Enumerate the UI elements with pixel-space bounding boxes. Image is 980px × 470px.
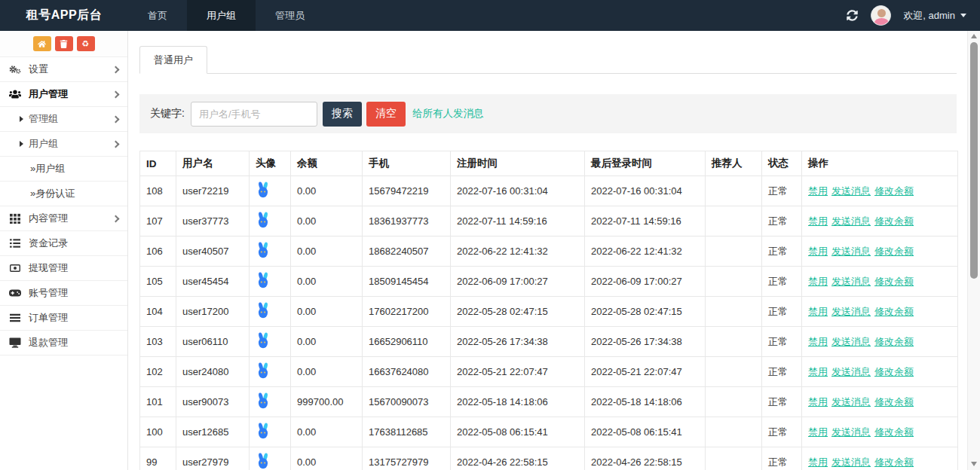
action-modify-balance[interactable]: 修改余额: [874, 185, 914, 197]
action-send-message[interactable]: 发送消息: [831, 336, 871, 347]
recycle-icon: ♻: [82, 40, 90, 48]
header-last-login: 最后登录时间: [585, 151, 706, 176]
cell-last-login: 2022-06-09 17:00:27: [585, 267, 706, 297]
sidebar-item-fund-records[interactable]: 资金记录: [0, 231, 127, 256]
cell-id: 105: [140, 267, 176, 297]
sidebar-item-user-group-sub[interactable]: »用户组: [0, 157, 127, 182]
main-nav: 首页 用户组 管理员: [128, 0, 324, 31]
scrollbar-thumb[interactable]: [970, 42, 978, 279]
nav-item-user-group[interactable]: 用户组: [187, 0, 256, 31]
search-button[interactable]: 搜索: [323, 102, 362, 127]
action-send-message[interactable]: 发送消息: [831, 396, 871, 407]
sidebar-item-admin-group[interactable]: 管理组: [0, 107, 127, 132]
action-send-message[interactable]: 发送消息: [831, 306, 871, 317]
clear-button[interactable]: 清空: [366, 102, 406, 127]
action-send-message[interactable]: 发送消息: [831, 215, 871, 227]
action-disable[interactable]: 禁用: [808, 185, 828, 197]
cell-last-login: 2022-05-18 14:18:06: [585, 387, 706, 417]
action-modify-balance[interactable]: 修改余额: [874, 456, 914, 468]
user-avatar[interactable]: [871, 5, 891, 26]
header-phone: 手机: [363, 151, 451, 176]
keyword-input[interactable]: [191, 102, 317, 127]
action-disable[interactable]: 禁用: [808, 276, 828, 287]
action-modify-balance[interactable]: 修改余额: [874, 336, 914, 347]
broadcast-message-link[interactable]: 给所有人发消息: [412, 107, 484, 121]
action-send-message[interactable]: 发送消息: [831, 185, 871, 197]
sidebar-item-user-management[interactable]: 用户管理: [0, 82, 127, 107]
top-navbar: 租号APP后台 首页 用户组 管理员 欢迎, admin: [0, 0, 980, 31]
action-disable[interactable]: 禁用: [808, 396, 828, 407]
action-disable[interactable]: 禁用: [808, 426, 828, 438]
action-send-message[interactable]: 发送消息: [831, 246, 871, 257]
scrollbar-down-arrow-icon[interactable]: [971, 462, 977, 466]
money-icon: [9, 263, 23, 273]
cell-balance: 0.00: [291, 176, 363, 206]
chevron-right-icon: [112, 115, 120, 123]
action-modify-balance[interactable]: 修改余额: [874, 426, 914, 438]
action-disable[interactable]: 禁用: [808, 336, 828, 347]
sidebar-item-content-management[interactable]: 内容管理: [0, 206, 127, 231]
keyword-label: 关键字:: [150, 107, 185, 121]
sidebar-item-user-group[interactable]: 用户组: [0, 132, 127, 157]
scrollbar-up-arrow-icon[interactable]: [971, 34, 977, 38]
welcome-dropdown[interactable]: 欢迎, admin: [903, 9, 966, 23]
action-disable[interactable]: 禁用: [808, 366, 828, 377]
action-modify-balance[interactable]: 修改余额: [874, 276, 914, 287]
table-row: 101 user90073 999700.00 15670090073 2022…: [140, 387, 958, 417]
header-balance: 余额: [291, 151, 363, 176]
cell-phone: 16637624080: [363, 357, 451, 387]
cell-actions: 禁用发送消息修改余额: [802, 327, 958, 357]
trash-button[interactable]: [55, 36, 73, 51]
sidebar-item-settings[interactable]: 设置: [0, 57, 127, 82]
cell-actions: 禁用发送消息修改余额: [802, 206, 958, 237]
sidebar-item-withdraw-management[interactable]: 提现管理: [0, 256, 127, 281]
refresh-icon[interactable]: [847, 10, 859, 22]
sidebar-item-identity-verify[interactable]: »身份认证: [0, 182, 127, 206]
action-disable[interactable]: 禁用: [808, 215, 828, 227]
action-modify-balance[interactable]: 修改余额: [874, 246, 914, 257]
trash-icon: [60, 40, 68, 48]
nav-item-admin[interactable]: 管理员: [256, 0, 324, 31]
action-modify-balance[interactable]: 修改余额: [874, 396, 914, 407]
cell-register-time: 2022-05-18 14:18:06: [451, 387, 585, 417]
cell-register-time: 2022-05-08 06:15:41: [451, 417, 585, 447]
action-disable[interactable]: 禁用: [808, 246, 828, 257]
table-row: 102 user24080 0.00 16637624080 2022-05-2…: [140, 357, 958, 387]
cell-referrer: [706, 357, 762, 387]
action-send-message[interactable]: 发送消息: [831, 276, 871, 287]
action-modify-balance[interactable]: 修改余额: [874, 306, 914, 317]
sidebar-item-order-management[interactable]: 订单管理: [0, 306, 127, 331]
cell-referrer: [706, 417, 762, 447]
table-row: 99 user27979 0.00 13175727979 2022-04-26…: [140, 447, 958, 470]
sidebar-item-label: 管理组: [29, 112, 58, 126]
cell-register-time: 2022-05-28 02:47:15: [451, 297, 585, 327]
action-send-message[interactable]: 发送消息: [831, 366, 871, 377]
welcome-text: 欢迎, admin: [903, 9, 955, 23]
action-disable[interactable]: 禁用: [808, 306, 828, 317]
cell-username: user90073: [176, 387, 250, 417]
action-send-message[interactable]: 发送消息: [831, 426, 871, 438]
rabbit-avatar-icon: [256, 332, 271, 349]
sidebar-item-refund-management[interactable]: 退款管理: [0, 331, 127, 356]
sidebar-item-label: 提现管理: [29, 261, 68, 275]
action-disable[interactable]: 禁用: [808, 456, 828, 468]
action-modify-balance[interactable]: 修改余额: [874, 366, 914, 377]
cell-referrer: [706, 206, 762, 237]
action-send-message[interactable]: 发送消息: [831, 456, 871, 468]
action-modify-balance[interactable]: 修改余额: [874, 215, 914, 227]
cell-status: 正常: [762, 387, 802, 417]
home-button[interactable]: [33, 36, 51, 51]
tab-normal-users[interactable]: 普通用户: [139, 46, 207, 74]
cell-last-login: 2022-07-16 00:31:04: [585, 176, 706, 206]
recycle-button[interactable]: ♻: [77, 36, 95, 51]
cell-register-time: 2022-07-11 14:59:16: [451, 206, 585, 237]
chevron-right-icon: [112, 90, 120, 98]
cell-balance: 0.00: [291, 357, 363, 387]
sidebar-item-account-management[interactable]: 账号管理: [0, 281, 127, 306]
rabbit-avatar-icon: [256, 453, 271, 469]
gamepad-icon: [9, 288, 23, 298]
cell-register-time: 2022-05-21 22:07:47: [451, 357, 585, 387]
cell-actions: 禁用发送消息修改余额: [802, 357, 958, 387]
header-id: ID: [140, 151, 176, 176]
nav-item-home[interactable]: 首页: [128, 0, 187, 31]
